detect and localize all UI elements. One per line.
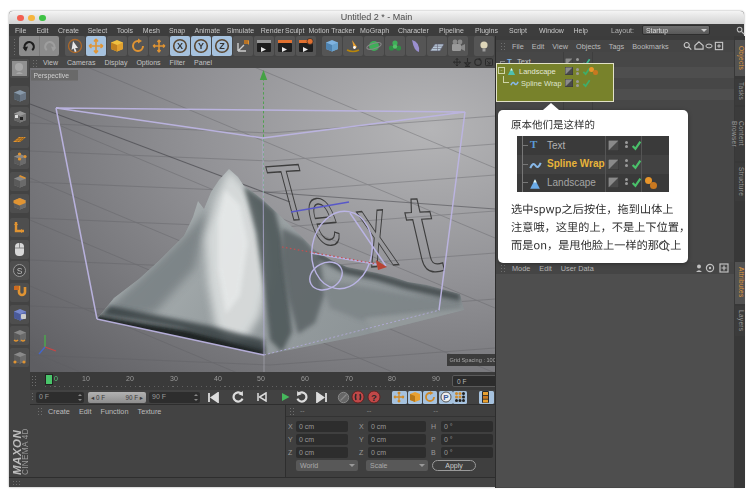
svg-text:S: S	[17, 266, 23, 276]
svg-text:Grid Spacing : 100 cm: Grid Spacing : 100 cm	[450, 357, 496, 363]
svg-text:?: ?	[371, 392, 377, 403]
svg-text:Y: Y	[198, 41, 204, 51]
svg-text:Perspective: Perspective	[34, 72, 70, 80]
svg-text:X: X	[177, 41, 183, 51]
svg-text:Z: Z	[219, 41, 225, 51]
svg-text:P: P	[443, 393, 449, 402]
